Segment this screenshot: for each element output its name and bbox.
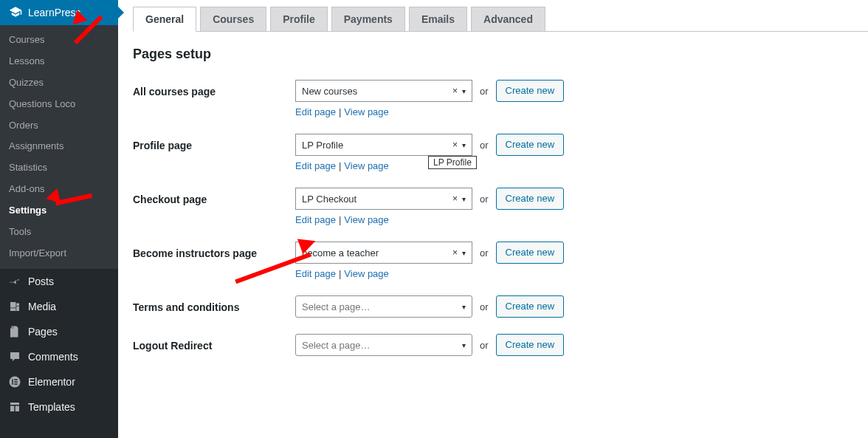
view-page-link[interactable]: View page: [344, 160, 388, 171]
svg-rect-0: [10, 328, 17, 337]
create-new-button[interactable]: Create new: [496, 134, 564, 156]
panel-heading: Pages setup: [133, 47, 853, 62]
clear-icon[interactable]: ×: [451, 140, 459, 150]
setting-field: New courses×▾orCreate newEdit page|View …: [295, 80, 853, 117]
sidebar-item-templates[interactable]: Templates: [0, 394, 118, 420]
chevron-down-icon: ▾: [459, 141, 466, 149]
tab-profile[interactable]: Profile: [270, 7, 328, 31]
tab-courses[interactable]: Courses: [200, 7, 266, 31]
setting-row: Logout RedirectSelect a page…▾orCreate n…: [133, 334, 853, 356]
tab-emails[interactable]: Emails: [409, 7, 467, 31]
tab-general[interactable]: General: [133, 7, 196, 32]
page-select[interactable]: Select a page…▾: [295, 334, 472, 356]
or-text: or: [480, 140, 489, 151]
clear-icon[interactable]: ×: [451, 194, 459, 204]
setting-row: Profile pageLP Profile×▾orCreate newEdit…: [133, 134, 853, 171]
clear-icon[interactable]: ×: [451, 247, 459, 258]
admin-sidebar: LearnPress CoursesLessonsQuizzesQuestion…: [0, 0, 118, 438]
svg-rect-3: [14, 379, 18, 380]
sidebar-item-lessons[interactable]: Lessons: [0, 51, 118, 72]
media-icon: [7, 299, 22, 314]
sidebar-item-questions-loco[interactable]: Questions Loco: [0, 94, 118, 115]
page-select[interactable]: Select a page…▾: [295, 295, 472, 318]
edit-page-link[interactable]: Edit page: [295, 160, 336, 171]
setting-label: Logout Redirect: [133, 334, 295, 352]
page-action-links: Edit page|View page: [295, 106, 853, 117]
sidebar-item-label: Pages: [28, 326, 58, 338]
edit-page-link[interactable]: Edit page: [295, 214, 336, 225]
create-new-button[interactable]: Create new: [496, 295, 564, 318]
sidebar-item-label: Media: [28, 301, 56, 312]
view-page-link[interactable]: View page: [344, 268, 388, 279]
edit-page-link[interactable]: Edit page: [295, 106, 336, 117]
sidebar-item-label: Posts: [28, 276, 54, 287]
select-value: become a teacher: [302, 247, 379, 259]
pin-icon: [7, 274, 22, 289]
setting-label: Checkout page: [133, 188, 295, 205]
sidebar-item-assignments[interactable]: Assignments: [0, 136, 118, 157]
setting-row: All courses pageNew courses×▾orCreate ne…: [133, 80, 853, 117]
or-text: or: [480, 301, 489, 312]
templates-icon: [7, 400, 22, 414]
setting-label: Terms and conditions: [133, 295, 295, 313]
sidebar-item-statistics[interactable]: Statistics: [0, 157, 118, 179]
sidebar-item-pages[interactable]: Pages: [0, 319, 118, 344]
sidebar-item-comments[interactable]: Comments: [0, 344, 118, 369]
sidebar-item-quizzes[interactable]: Quizzes: [0, 72, 118, 94]
settings-tabs: GeneralCoursesProfilePaymentsEmailsAdvan…: [133, 7, 868, 32]
setting-label: Profile page: [133, 134, 295, 151]
page-select[interactable]: LP Profile×▾: [295, 134, 472, 156]
page-action-links: Edit page|View page: [295, 268, 853, 279]
sidebar-item-settings[interactable]: Settings: [0, 200, 118, 222]
create-new-button[interactable]: Create new: [496, 334, 564, 356]
chevron-down-icon: ▾: [459, 87, 466, 95]
clear-icon[interactable]: ×: [451, 86, 459, 96]
tab-advanced[interactable]: Advanced: [471, 7, 545, 31]
or-text: or: [480, 194, 489, 205]
select-value: New courses: [302, 86, 357, 97]
sidebar-plugin-title: LearnPress: [28, 7, 81, 18]
svg-rect-5: [14, 383, 18, 385]
setting-row: Checkout pageLP Checkout×▾orCreate newEd…: [133, 188, 853, 225]
elementor-icon: [7, 374, 22, 389]
page-select[interactable]: LP Checkout×▾: [295, 188, 472, 210]
sidebar-item-posts[interactable]: Posts: [0, 269, 118, 294]
comments-icon: [7, 349, 22, 364]
sidebar-main-menu: PostsMediaPagesCommentsElementorTemplate…: [0, 269, 118, 420]
sidebar-item-import-export[interactable]: Import/Export: [0, 243, 118, 264]
sidebar-submenu: CoursesLessonsQuizzesQuestions LocoOrder…: [0, 25, 118, 269]
setting-field: become a teacher×▾orCreate newEdit page|…: [295, 242, 853, 279]
sidebar-item-courses[interactable]: Courses: [0, 30, 118, 51]
tab-payments[interactable]: Payments: [331, 7, 405, 31]
view-page-link[interactable]: View page: [344, 214, 388, 225]
create-new-button[interactable]: Create new: [496, 188, 564, 210]
svg-rect-2: [12, 379, 13, 385]
page-select[interactable]: become a teacher×▾: [295, 242, 472, 264]
sidebar-plugin-header[interactable]: LearnPress: [0, 0, 118, 25]
or-text: or: [480, 86, 489, 97]
sidebar-item-tools[interactable]: Tools: [0, 222, 118, 243]
sidebar-item-label: Comments: [28, 351, 78, 363]
graduation-cap-icon: [9, 5, 22, 21]
svg-rect-4: [14, 381, 18, 383]
edit-page-link[interactable]: Edit page: [295, 268, 336, 279]
create-new-button[interactable]: Create new: [496, 80, 564, 102]
or-text: or: [480, 247, 489, 259]
create-new-button[interactable]: Create new: [496, 242, 564, 264]
page-select[interactable]: New courses×▾: [295, 80, 472, 102]
sidebar-item-add-ons[interactable]: Add-ons: [0, 179, 118, 200]
sidebar-item-media[interactable]: Media: [0, 294, 118, 319]
setting-label: Become instructors page: [133, 242, 295, 259]
select-value: LP Checkout: [302, 194, 356, 205]
view-page-link[interactable]: View page: [344, 106, 388, 117]
content-area: GeneralCoursesProfilePaymentsEmailsAdvan…: [118, 0, 868, 438]
sidebar-item-elementor[interactable]: Elementor: [0, 369, 118, 394]
tooltip: LP Profile: [428, 156, 477, 169]
chevron-down-icon: ▾: [459, 195, 466, 203]
select-value: Select a page…: [302, 301, 371, 312]
setting-field: LP Checkout×▾orCreate newEdit page|View …: [295, 188, 853, 225]
chevron-down-icon: ▾: [459, 303, 466, 311]
sidebar-item-orders[interactable]: Orders: [0, 115, 118, 137]
setting-row: Become instructors pagebecome a teacher×…: [133, 242, 853, 279]
pages-icon: [7, 324, 22, 339]
